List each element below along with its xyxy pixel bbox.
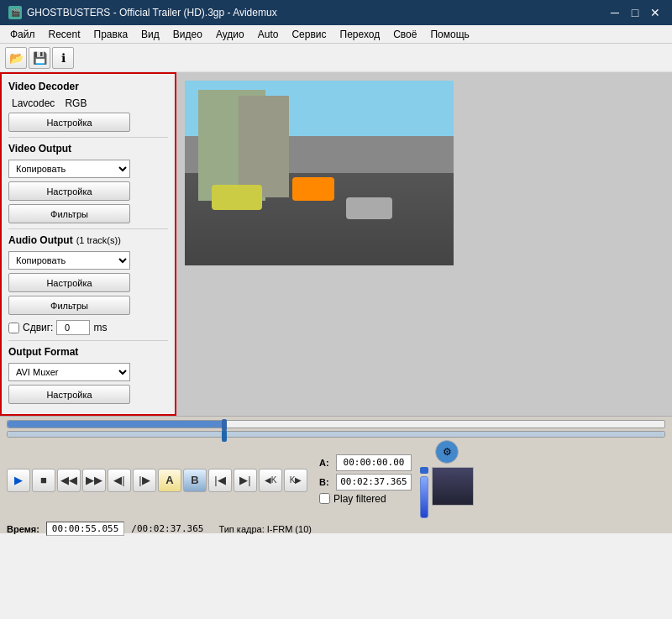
video-decoder-title: Video Decoder xyxy=(8,81,168,92)
main-seekbar[interactable] xyxy=(7,420,665,428)
seekbar-fill xyxy=(8,421,224,428)
app-icon: 🎬 xyxy=(8,6,22,19)
menu-video[interactable]: Видео xyxy=(166,27,209,42)
slider-top-handle[interactable] xyxy=(420,467,428,474)
next-keyframe-button[interactable]: K▶ xyxy=(284,469,307,492)
video-output-title: Video Output xyxy=(8,143,168,155)
minimize-button[interactable]: ─ xyxy=(606,4,623,21)
play-button[interactable]: ▶ xyxy=(7,469,30,492)
video-frame xyxy=(185,81,454,265)
menu-goto[interactable]: Переход xyxy=(333,27,387,42)
play-filtered-label: Play filtered xyxy=(333,493,386,505)
car-2 xyxy=(292,177,334,201)
selection-handle[interactable] xyxy=(222,430,227,442)
menu-service[interactable]: Сервис xyxy=(285,27,333,42)
video-output-filters-button[interactable]: Фильтры xyxy=(8,204,130,223)
menu-audio[interactable]: Аудио xyxy=(209,27,251,42)
current-time-display: 00:00:55.055 xyxy=(46,522,124,536)
title-bar: 🎬 GHOSTBUSTERS - Official Trailer (HD).3… xyxy=(0,0,672,25)
rewind-button[interactable]: ◀◀ xyxy=(57,469,81,492)
audio-shift-row: Сдвиг: ms xyxy=(8,320,168,335)
b-label: B: xyxy=(319,477,333,487)
playback-controls: ▶ ■ ◀◀ ▶▶ ◀| |▶ A B |◀ ▶| ◀K K▶ xyxy=(7,469,307,492)
output-format-dropdown-row: AVI Muxer xyxy=(8,363,168,381)
car-1 xyxy=(212,185,262,210)
total-time-display: /00:02:37.365 xyxy=(131,523,203,534)
time-b-row: B: xyxy=(319,474,412,490)
time-a-row: A: xyxy=(319,454,412,471)
prev-frame-button[interactable]: ◀| xyxy=(108,469,131,492)
output-format-title: Output Format xyxy=(8,346,168,358)
menu-bar: Файл Recent Правка Вид Видео Аудио Auto … xyxy=(0,25,672,44)
goto-start-button[interactable]: |◀ xyxy=(208,469,232,492)
output-format-select[interactable]: AVI Muxer xyxy=(8,363,130,381)
audio-output-select[interactable]: Копировать xyxy=(8,251,130,270)
prev-keyframe-button[interactable]: ◀K xyxy=(259,469,282,492)
video-output-select[interactable]: Копировать xyxy=(8,160,130,178)
a-label: A: xyxy=(319,458,333,468)
menu-view[interactable]: Вид xyxy=(134,27,166,42)
menu-auto[interactable]: Auto xyxy=(251,27,286,42)
video-preview xyxy=(185,81,454,265)
a-time-input[interactable] xyxy=(336,454,412,471)
shift-checkbox[interactable] xyxy=(8,323,19,333)
seekbar-area xyxy=(7,420,665,438)
b-time-input[interactable] xyxy=(336,474,412,490)
open-button[interactable]: 📂 xyxy=(5,47,27,69)
format-label: RGB xyxy=(65,97,87,109)
audio-output-filters-button[interactable]: Фильтры xyxy=(8,296,130,315)
codec-label: Lavcodec xyxy=(12,97,55,109)
stop-button[interactable]: ■ xyxy=(32,469,55,492)
menu-help[interactable]: Помощь xyxy=(423,27,475,42)
goto-end-button[interactable]: ▶| xyxy=(234,469,257,492)
bottom-time-row: Время: 00:00:55.055 /00:02:37.365 Тип ка… xyxy=(7,522,665,536)
output-format-settings-button[interactable]: Настройка xyxy=(8,385,130,404)
mark-a-button[interactable]: A xyxy=(158,469,181,492)
window-controls: ─ □ ✕ xyxy=(606,4,664,21)
video-area xyxy=(176,72,672,416)
selection-seekbar[interactable] xyxy=(7,431,665,438)
fast-forward-button[interactable]: ▶▶ xyxy=(82,469,106,492)
seekbar-handle[interactable] xyxy=(222,419,227,431)
shift-label: Сдвиг: xyxy=(23,322,53,333)
maximize-button[interactable]: □ xyxy=(627,4,643,21)
play-filtered-checkbox[interactable] xyxy=(319,493,330,504)
toolbar: 📂 💾 ℹ xyxy=(0,44,672,72)
video-decoder-settings-row: Настройка xyxy=(8,113,168,132)
video-output-settings-row: Настройка xyxy=(8,181,168,201)
output-format-settings-row: Настройка xyxy=(8,385,168,404)
info-button[interactable]: ℹ xyxy=(52,47,74,69)
right-controls: ⚙ xyxy=(420,440,474,518)
volume-slider[interactable] xyxy=(420,476,428,518)
audio-output-settings-row: Настройка xyxy=(8,273,168,292)
menu-recent[interactable]: Recent xyxy=(42,27,87,42)
audio-output-title: Audio Output xyxy=(8,234,73,246)
video-output-settings-button[interactable]: Настройка xyxy=(8,181,130,201)
time-ab-panel: A: B: Play filtered xyxy=(319,454,412,505)
shift-input[interactable] xyxy=(56,320,90,335)
audio-output-dropdown-row: Копировать xyxy=(8,251,168,270)
audio-output-filters-row: Фильтры xyxy=(8,296,168,315)
divider-3 xyxy=(8,340,168,341)
video-decoder-settings-button[interactable]: Настройка xyxy=(8,113,130,132)
left-panel: Video Decoder Lavcodec RGB Настройка Vid… xyxy=(0,72,176,416)
mini-preview xyxy=(432,467,474,506)
settings-icon-button[interactable]: ⚙ xyxy=(435,440,459,464)
audio-output-settings-button[interactable]: Настройка xyxy=(8,273,130,292)
ms-label: ms xyxy=(93,322,107,333)
next-frame-button[interactable]: |▶ xyxy=(133,469,156,492)
save-button[interactable]: 💾 xyxy=(29,47,50,69)
preview-slider-row xyxy=(420,467,474,518)
bottom-controls: ▶ ■ ◀◀ ▶▶ ◀| |▶ A B |◀ ▶| ◀K K▶ A: B: xyxy=(0,416,672,533)
menu-custom[interactable]: Своё xyxy=(386,27,423,42)
video-output-dropdown-row: Копировать xyxy=(8,160,168,178)
video-decoder-info: Lavcodec RGB xyxy=(8,97,168,109)
mark-b-button[interactable]: B xyxy=(183,469,207,492)
menu-edit[interactable]: Правка xyxy=(87,27,135,42)
controls-area: ▶ ■ ◀◀ ▶▶ ◀| |▶ A B |◀ ▶| ◀K K▶ A: B: xyxy=(7,440,665,518)
selection-fill xyxy=(8,432,664,437)
main-content: Video Decoder Lavcodec RGB Настройка Vid… xyxy=(0,72,672,416)
close-button[interactable]: ✕ xyxy=(647,4,664,21)
menu-file[interactable]: Файл xyxy=(3,27,42,42)
divider-1 xyxy=(8,137,168,138)
